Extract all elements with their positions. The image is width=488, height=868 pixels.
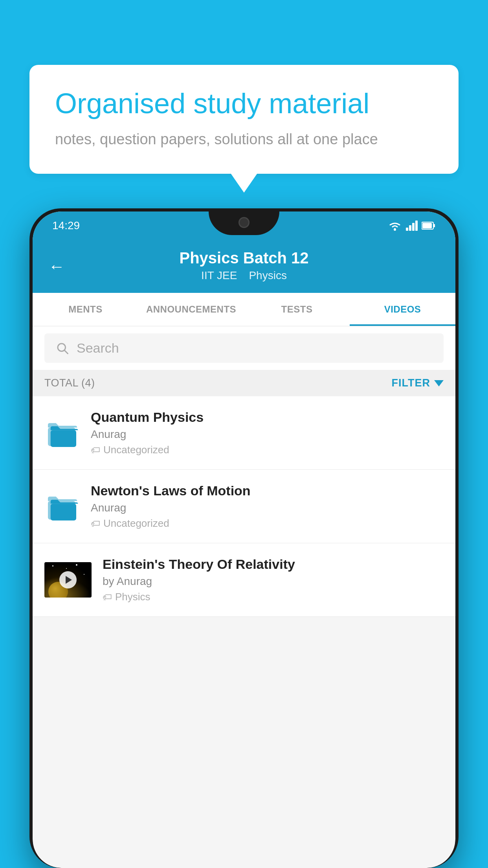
video-tag: 🏷 Uncategorized — [91, 444, 444, 456]
tabs-bar: MENTS ANNOUNCEMENTS TESTS VIDEOS — [33, 293, 455, 326]
phone-frame: 14:29 — [29, 208, 459, 868]
list-item[interactable]: Newton's Laws of Motion Anurag 🏷 Uncateg… — [33, 470, 455, 543]
notch — [209, 211, 279, 235]
phone-inner: 14:29 — [33, 211, 455, 868]
svg-rect-13 — [51, 504, 76, 520]
list-item[interactable]: Einstein's Theory Of Relativity by Anura… — [33, 543, 455, 617]
video-info: Newton's Laws of Motion Anurag 🏷 Uncateg… — [91, 483, 444, 530]
tab-announcements[interactable]: ANNOUNCEMENTS — [138, 293, 244, 326]
video-title: Quantum Physics — [91, 410, 444, 425]
svg-rect-2 — [409, 225, 411, 231]
svg-point-0 — [394, 228, 396, 231]
video-title: Einstein's Theory Of Relativity — [103, 557, 444, 572]
svg-rect-3 — [412, 223, 415, 231]
status-time: 14:29 — [52, 219, 80, 232]
folder-icon — [44, 415, 80, 451]
status-bar: 14:29 — [33, 211, 455, 240]
video-author: Anurag — [91, 502, 444, 514]
video-tag: 🏷 Uncategorized — [91, 517, 444, 530]
speech-bubble: Organised study material notes, question… — [29, 65, 459, 174]
bubble-subtitle: notes, question papers, solutions all at… — [55, 129, 433, 150]
svg-rect-11 — [51, 430, 76, 447]
tag-icon: 🏷 — [91, 518, 100, 529]
video-info: Quantum Physics Anurag 🏷 Uncategorized — [91, 410, 444, 456]
back-button[interactable]: ← — [48, 257, 65, 276]
video-author: by Anurag — [103, 575, 444, 588]
svg-rect-4 — [415, 221, 418, 231]
filter-bar: TOTAL (4) FILTER — [33, 370, 455, 396]
wifi-icon — [388, 220, 402, 231]
svg-line-9 — [64, 350, 68, 353]
tag-label: Physics — [115, 591, 150, 603]
tag-physics: Physics — [249, 269, 286, 282]
filter-label: FILTER — [392, 377, 430, 389]
video-list: Quantum Physics Anurag 🏷 Uncategorized — [33, 396, 455, 617]
tag-icon: 🏷 — [103, 592, 112, 603]
status-icons — [388, 220, 436, 231]
video-title: Newton's Laws of Motion — [91, 483, 444, 498]
app-header: ← Physics Batch 12 IIT JEE Physics — [33, 240, 455, 293]
total-count: TOTAL (4) — [44, 377, 95, 389]
video-info: Einstein's Theory Of Relativity by Anura… — [103, 557, 444, 603]
camera-notch — [238, 217, 250, 228]
battery-icon — [422, 221, 436, 230]
batch-title: Physics Batch 12 — [179, 249, 308, 267]
video-author: Anurag — [91, 428, 444, 441]
svg-rect-6 — [433, 224, 435, 227]
folder-icon — [44, 489, 80, 524]
search-container: Search — [33, 326, 455, 370]
tab-ments[interactable]: MENTS — [33, 293, 138, 326]
play-button-overlay[interactable] — [59, 571, 77, 588]
signal-icon — [406, 221, 418, 231]
video-thumbnail — [44, 562, 92, 598]
phone-container: 14:29 — [29, 208, 459, 868]
tag-icon: 🏷 — [91, 445, 100, 456]
filter-button[interactable]: FILTER — [392, 377, 444, 389]
tab-videos[interactable]: VIDEOS — [350, 293, 455, 326]
tab-tests[interactable]: TESTS — [244, 293, 350, 326]
filter-icon — [434, 380, 444, 386]
svg-rect-7 — [422, 223, 432, 228]
list-item[interactable]: Quantum Physics Anurag 🏷 Uncategorized — [33, 396, 455, 470]
header-tags: IIT JEE Physics — [201, 269, 287, 282]
play-triangle — [66, 576, 72, 584]
search-bar[interactable]: Search — [44, 333, 444, 363]
tag-iitjee: IIT JEE — [201, 269, 237, 282]
tag-label: Uncategorized — [103, 444, 169, 456]
search-icon — [55, 341, 70, 355]
search-placeholder-text: Search — [77, 340, 119, 356]
svg-rect-1 — [406, 228, 408, 231]
phone-screen: 14:29 — [33, 211, 455, 868]
video-tag: 🏷 Physics — [103, 591, 444, 603]
tag-label: Uncategorized — [103, 517, 169, 530]
bubble-title: Organised study material — [55, 86, 433, 120]
